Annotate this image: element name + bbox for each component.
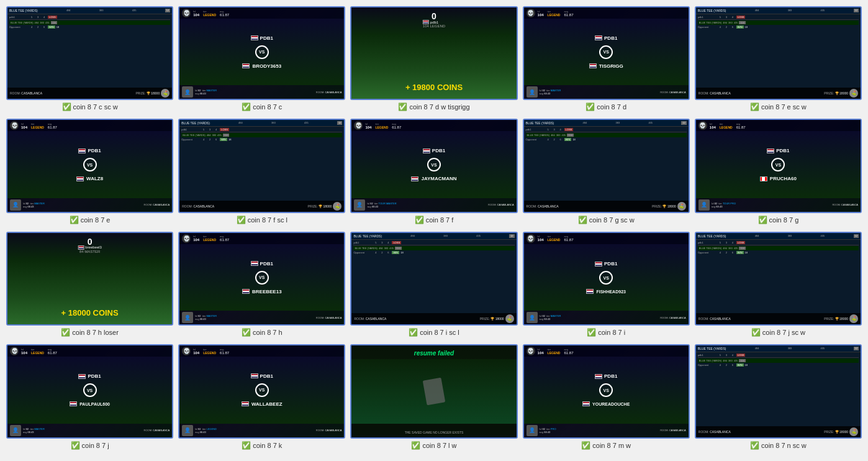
check-icon-7: ✅ xyxy=(237,216,246,224)
thumbnail-17[interactable]: 💀 lvl104 tierLEGEND avg61.87 PDB1 VS WAL… xyxy=(178,344,345,438)
grid-cell-11: 0 breebeel3 84 MASTER + 18000 COINS ✅coi… xyxy=(6,232,173,337)
thumbnail-1[interactable]: BLUE TEE (YARDS) 484383435 12 pdb1 5 3 4… xyxy=(6,6,173,100)
thumbnail-10[interactable]: 💀 lvl104 tierLEGEND avg61.87 PDB1 VS PRU… xyxy=(695,119,862,212)
cell-label-20: ✅coin 8 7 n sc w xyxy=(750,441,807,450)
label-text-10: coin 8 7 g xyxy=(769,216,799,224)
grid-cell-10: 💀 lvl104 tierLEGEND avg61.87 PDB1 VS PRU… xyxy=(695,119,862,224)
grid-cell-14: 💀 lvl104 tierLEGEND avg61.87 PDB1 VS FIS… xyxy=(523,232,690,337)
thumbnail-11[interactable]: 0 breebeel3 84 MASTER + 18000 COINS xyxy=(6,232,173,326)
thumbnail-7[interactable]: BLUE TEE (YARDS) 484383435 12 pdb1 5 3 4… xyxy=(178,119,345,212)
cell-label-5: ✅coin 8 7 e sc w xyxy=(750,103,807,111)
label-text-11: coin 8 7 h loser xyxy=(72,329,119,336)
check-icon-16: ✅ xyxy=(71,441,80,450)
cell-label-4: ✅coin 8 7 d xyxy=(585,103,626,111)
cell-label-14: ✅coin 8 7 i xyxy=(587,328,625,337)
label-text-4: coin 8 7 d xyxy=(597,103,626,111)
thumbnail-8[interactable]: 💀 lvl104 tierLEGEND avg61.87 PDB1 VS JAY… xyxy=(350,119,517,212)
thumbnail-20[interactable]: BLUE TEE (YARDS) 484383435 12 pdb1 5 3 4… xyxy=(695,344,862,438)
thumbnail-4[interactable]: 💀 lvl104 tierLEGEND avg61.87 PDB1 VS TIS… xyxy=(523,6,690,100)
thumbnail-19[interactable]: 💀 lvl104 tierLEGEND avg61.87 PDB1 VS YOU… xyxy=(523,344,690,438)
label-text-9: coin 8 7 g sc w xyxy=(589,216,635,224)
cell-label-12: ✅coin 8 7 h xyxy=(242,328,283,337)
grid-cell-15: BLUE TEE (YARDS) 484383435 12 pdb1 5 3 4… xyxy=(695,232,862,337)
check-icon-6: ✅ xyxy=(70,216,79,224)
grid-cell-13: BLUE TEE (YARDS) 484383435 12 pdb1 5 3 4… xyxy=(350,232,517,337)
check-icon-10: ✅ xyxy=(758,216,767,224)
check-icon-19: ✅ xyxy=(581,441,590,450)
label-text-20: coin 8 7 n sc w xyxy=(761,442,807,449)
label-text-18: coin 8 7 l w xyxy=(422,442,456,449)
cell-label-7: ✅coin 8 7 f sc l xyxy=(237,216,287,224)
check-icon-13: ✅ xyxy=(409,328,418,337)
cell-label-16: ✅coin 8 7 j xyxy=(71,441,109,450)
cell-label-13: ✅coin 8 7 i sc l xyxy=(409,328,459,337)
cell-label-18: ✅coin 8 7 l w xyxy=(411,441,456,450)
cell-label-15: ✅coin 8 7 j sc w xyxy=(751,328,805,337)
thumbnail-9[interactable]: BLUE TEE (YARDS) 484383435 12 pdb1 5 3 4… xyxy=(523,119,690,212)
main-grid: BLUE TEE (YARDS) 484383435 12 pdb1 5 3 4… xyxy=(6,6,862,450)
label-text-17: coin 8 7 k xyxy=(253,442,282,449)
thumbnail-2[interactable]: 💀 lvl104 tierLEGEND avg61.87 PDB1 VS BRO… xyxy=(178,6,345,100)
cell-label-19: ✅coin 8 7 m w xyxy=(581,441,631,450)
grid-cell-5: BLUE TEE (YARDS) 484383435 12 pdb1 5 3 4… xyxy=(695,6,862,111)
check-icon-20: ✅ xyxy=(750,441,759,450)
cell-label-10: ✅coin 8 7 g xyxy=(758,216,799,224)
label-text-13: coin 8 7 i sc l xyxy=(420,329,459,336)
thumbnail-18[interactable]: resume failed THE SAVED GAME NO LONGER E… xyxy=(350,344,517,438)
thumbnail-6[interactable]: 💀 lvl104 tierLEGEND avg61.87 PDB1 VS WAL… xyxy=(6,119,173,212)
check-icon-18: ✅ xyxy=(411,441,420,450)
grid-cell-8: 💀 lvl104 tierLEGEND avg61.87 PDB1 VS JAY… xyxy=(350,119,517,224)
label-text-19: coin 8 7 m w xyxy=(592,442,631,449)
thumbnail-16[interactable]: 💀 lvl104 tierLEGEND avg61.87 PDB1 VS PAU… xyxy=(6,344,173,438)
label-text-6: coin 8 7 e xyxy=(81,216,111,224)
cell-label-11: ✅coin 8 7 h loser xyxy=(61,328,119,337)
grid-cell-6: 💀 lvl104 tierLEGEND avg61.87 PDB1 VS WAL… xyxy=(6,119,173,224)
check-icon-11: ✅ xyxy=(61,328,70,337)
cell-label-1: ✅coin 8 7 c sc w xyxy=(62,103,118,111)
check-icon-14: ✅ xyxy=(587,328,596,337)
thumbnail-13[interactable]: BLUE TEE (YARDS) 484383435 12 pdb1 5 3 4… xyxy=(350,232,517,326)
check-icon-15: ✅ xyxy=(751,328,761,337)
check-icon-3: ✅ xyxy=(398,103,407,111)
grid-cell-12: 💀 lvl104 tierLEGEND avg61.87 PDB1 VS BRE… xyxy=(178,232,345,337)
label-text-12: coin 8 7 h xyxy=(253,329,283,336)
check-icon-5: ✅ xyxy=(750,103,759,111)
cell-label-6: ✅coin 8 7 e xyxy=(70,216,111,224)
grid-cell-7: BLUE TEE (YARDS) 484383435 12 pdb1 5 3 4… xyxy=(178,119,345,224)
check-icon-9: ✅ xyxy=(578,216,587,224)
grid-cell-2: 💀 lvl104 tierLEGEND avg61.87 PDB1 VS BRO… xyxy=(178,6,345,111)
label-text-15: coin 8 7 j sc w xyxy=(762,329,805,336)
grid-cell-3: 0 pdb1 104 LEGEND + 19800 COINS ✅coin 8 … xyxy=(350,6,517,111)
thumbnail-12[interactable]: 💀 lvl104 tierLEGEND avg61.87 PDB1 VS BRE… xyxy=(178,232,345,326)
check-icon-17: ✅ xyxy=(242,441,251,450)
label-text-16: coin 8 7 j xyxy=(82,442,109,449)
label-text-7: coin 8 7 f sc l xyxy=(248,216,287,224)
label-text-2: coin 8 7 c xyxy=(253,103,282,111)
label-text-3: coin 8 7 d w tisgrigg xyxy=(409,103,469,111)
check-icon-8: ✅ xyxy=(415,216,424,224)
grid-cell-20: BLUE TEE (YARDS) 484383435 12 pdb1 5 3 4… xyxy=(695,344,862,449)
thumbnail-15[interactable]: BLUE TEE (YARDS) 484383435 12 pdb1 5 3 4… xyxy=(695,232,862,326)
grid-cell-4: 💀 lvl104 tierLEGEND avg61.87 PDB1 VS TIS… xyxy=(523,6,690,111)
grid-cell-18: resume failed THE SAVED GAME NO LONGER E… xyxy=(350,344,517,449)
label-text-5: coin 8 7 e sc w xyxy=(761,103,807,111)
cell-label-9: ✅coin 8 7 g sc w xyxy=(578,216,635,224)
label-text-8: coin 8 7 f xyxy=(426,216,454,224)
grid-cell-19: 💀 lvl104 tierLEGEND avg61.87 PDB1 VS YOU… xyxy=(523,344,690,449)
check-icon-1: ✅ xyxy=(62,103,71,111)
thumbnail-14[interactable]: 💀 lvl104 tierLEGEND avg61.87 PDB1 VS FIS… xyxy=(523,232,690,326)
thumbnail-3[interactable]: 0 pdb1 104 LEGEND + 19800 COINS xyxy=(350,6,517,100)
cell-label-3: ✅coin 8 7 d w tisgrigg xyxy=(398,103,469,111)
label-text-1: coin 8 7 c sc w xyxy=(73,103,118,111)
cell-label-2: ✅coin 8 7 c xyxy=(242,103,282,111)
cell-label-17: ✅coin 8 7 k xyxy=(242,441,282,450)
grid-cell-16: 💀 lvl104 tierLEGEND avg61.87 PDB1 VS PAU… xyxy=(6,344,173,449)
grid-cell-17: 💀 lvl104 tierLEGEND avg61.87 PDB1 VS WAL… xyxy=(178,344,345,449)
check-icon-2: ✅ xyxy=(242,103,251,111)
grid-cell-9: BLUE TEE (YARDS) 484383435 12 pdb1 5 3 4… xyxy=(523,119,690,224)
label-text-14: coin 8 7 i xyxy=(598,329,625,336)
check-icon-4: ✅ xyxy=(585,103,595,111)
check-icon-12: ✅ xyxy=(242,328,251,337)
thumbnail-5[interactable]: BLUE TEE (YARDS) 484383435 12 pdb1 5 3 4… xyxy=(695,6,862,100)
cell-label-8: ✅coin 8 7 f xyxy=(415,216,454,224)
